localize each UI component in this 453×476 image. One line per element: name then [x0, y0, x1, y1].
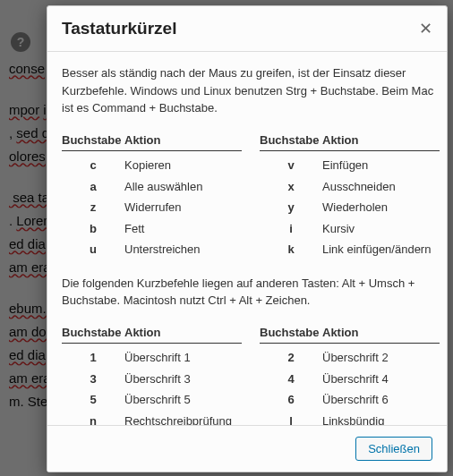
table-row: yWiederholen: [260, 197, 440, 218]
table-row: uUnterstreichen: [62, 239, 242, 260]
table-row: 1Überschrift 1: [62, 347, 242, 369]
close-button[interactable]: Schließen: [355, 437, 432, 461]
table-row: xAusschneiden: [260, 176, 440, 198]
mid-text: Die folgenden Kurzbefehle liegen auf and…: [62, 275, 440, 310]
table-row: 3Überschrift 3: [62, 369, 242, 390]
table-row: 2Überschrift 2: [260, 347, 440, 369]
shortcuts-modal: Tastaturkürzel ✕ Besser als ständig nach…: [47, 5, 448, 472]
table-row: 4Überschrift 4: [260, 369, 440, 390]
table-row: bFett: [62, 218, 242, 240]
table-row: cKopieren: [62, 155, 242, 176]
table-row: kLink einfügen/ändern: [260, 239, 440, 260]
modal-title: Tastaturkürzel: [62, 19, 176, 38]
table-row: vEinfügen: [260, 155, 440, 176]
modal-header: Tastaturkürzel ✕: [47, 6, 447, 52]
close-icon[interactable]: ✕: [419, 21, 432, 37]
intro-text: Besser als ständig nach der Maus zu grei…: [62, 64, 440, 117]
table-row: nRechtschreibprüfung: [62, 411, 242, 426]
table-row: 6Überschrift 6: [260, 389, 440, 411]
shortcut-table-1: BuchstabeAktion cKopieren aAlle auswähle…: [62, 132, 440, 260]
table-row: lLinksbündig: [260, 411, 440, 426]
table-row: zWiderrufen: [62, 197, 242, 218]
shortcut-table-2: BuchstabeAktion 1Überschrift 1 3Überschr…: [62, 324, 440, 426]
table-row: iKursiv: [260, 218, 440, 240]
modal-body[interactable]: Besser als ständig nach der Maus zu grei…: [47, 52, 447, 425]
modal-footer: Schließen: [47, 425, 447, 472]
table-row: aAlle auswählen: [62, 176, 242, 198]
table-row: 5Überschrift 5: [62, 389, 242, 411]
